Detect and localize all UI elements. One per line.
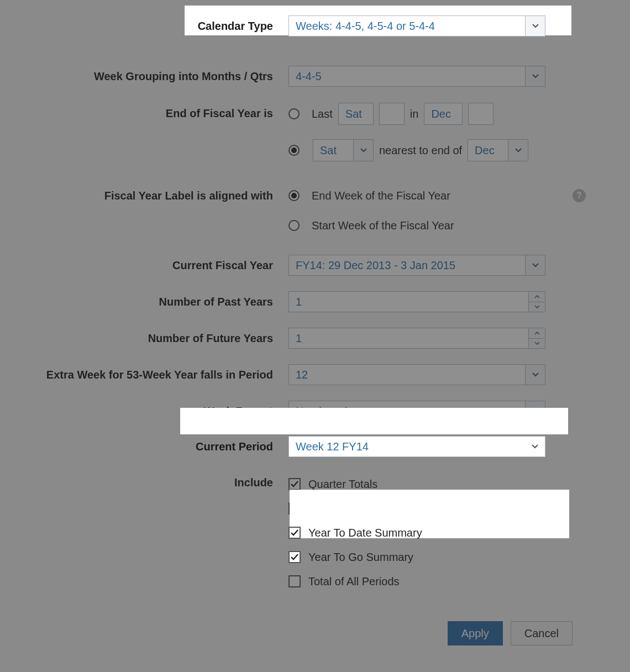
label-qt: Quarter Totals xyxy=(308,478,377,491)
dropdown-value: 4-4-5 xyxy=(289,66,525,86)
include-ytd: Year To Date Summary xyxy=(288,521,422,545)
spinner-value: 1 xyxy=(289,328,528,348)
box-blank-1[interactable] xyxy=(379,103,405,125)
label-week-grouping: Week Grouping into Months / Qtrs xyxy=(20,70,288,83)
include-ytg: Year To Go Summary xyxy=(288,545,413,569)
spinner-value: 1 xyxy=(289,292,528,312)
label-include: Include xyxy=(20,472,288,489)
checkbox-ytd[interactable] xyxy=(288,527,301,539)
radio-fy-end-week[interactable] xyxy=(288,190,300,201)
row-end-fiscal-1: End of Fiscal Year is Last Sat in Dec xyxy=(20,103,610,125)
help-icon[interactable]: ? xyxy=(573,189,586,202)
box-blank-2[interactable] xyxy=(468,103,494,125)
label-future-years: Number of Future Years xyxy=(20,332,288,345)
row-fy-align-2: Start Week of the Fiscal Year xyxy=(20,214,610,237)
label-current-fy: Current Fiscal Year xyxy=(20,259,288,272)
checkbox-quarter-totals[interactable] xyxy=(288,478,301,490)
label-fy-align: Fiscal Year Label is aligned with xyxy=(20,190,288,202)
label-current-period: Current Period xyxy=(20,440,288,453)
box-day[interactable]: Sat xyxy=(338,103,374,125)
chevron-down-icon[interactable] xyxy=(529,302,545,312)
label-ytd: Year To Date Summary xyxy=(308,527,422,539)
chevron-up-icon[interactable] xyxy=(529,292,545,302)
label-end-fiscal: End of Fiscal Year is xyxy=(20,103,288,120)
apply-button[interactable]: Apply xyxy=(448,621,503,645)
chevron-down-icon[interactable] xyxy=(353,140,373,161)
dropdown-day-nearest[interactable]: Sat xyxy=(313,139,374,161)
dropdown-calendar-type[interactable]: Weeks: 4-4-5, 4-5-4 or 5-4-4 xyxy=(288,15,545,36)
dropdown-value: 12 xyxy=(289,365,525,385)
row-past-years: Number of Past Years 1 xyxy=(20,291,610,313)
row-current-fy: Current Fiscal Year FY14: 29 Dec 2013 - … xyxy=(20,254,610,276)
dropdown-value: Weeks: 4-4-5, 4-5-4 or 5-4-4 xyxy=(289,16,525,36)
text-in: in xyxy=(410,108,419,120)
radio-end-fiscal-nearest[interactable] xyxy=(288,145,300,156)
row-week-grouping: Week Grouping into Months / Qtrs 4-4-5 xyxy=(20,65,610,87)
checkbox-total-all[interactable] xyxy=(288,575,301,587)
text-last: Last xyxy=(312,108,333,120)
label-calendar-type: Calendar Type xyxy=(20,20,288,33)
dropdown-current-period[interactable]: Week 12 FY14 xyxy=(288,436,545,457)
dropdown-value: Week 12 FY14 xyxy=(289,437,525,456)
dropdown-value: Sat xyxy=(313,140,353,161)
text-nearest: nearest to end of xyxy=(379,144,462,157)
text-fy-start: Start Week of the Fiscal Year xyxy=(312,219,454,232)
row-future-years: Number of Future Years 1 xyxy=(20,327,610,349)
text-fy-end: End Week of the Fiscal Year xyxy=(312,190,450,202)
label-past-years: Number of Past Years xyxy=(20,296,288,308)
chevron-down-icon[interactable] xyxy=(525,437,545,456)
dropdown-value: Dec xyxy=(468,140,508,161)
label-total-all: Total of All Periods xyxy=(308,575,400,588)
row-calendar-type: Calendar Type Weeks: 4-4-5, 4-5-4 or 5-4… xyxy=(20,13,610,39)
spinner-past-years[interactable]: 1 xyxy=(288,291,545,312)
chevron-up-icon[interactable] xyxy=(529,328,545,339)
chevron-down-icon[interactable] xyxy=(529,339,545,349)
row-end-fiscal-2: Sat nearest to end of Dec xyxy=(20,139,610,161)
dropdown-week-grouping[interactable]: 4-4-5 xyxy=(288,66,545,87)
row-fy-align-1: Fiscal Year Label is aligned with End We… xyxy=(20,185,610,207)
checkbox-ytg[interactable] xyxy=(288,551,301,563)
radio-end-fiscal-last[interactable] xyxy=(288,108,300,119)
chevron-down-icon[interactable] xyxy=(525,16,545,36)
include-total-all: Total of All Periods xyxy=(288,569,400,594)
cancel-button[interactable]: Cancel xyxy=(511,621,573,645)
dropdown-current-fy[interactable]: FY14: 29 Dec 2013 - 3 Jan 2015 xyxy=(288,255,545,276)
chevron-down-icon[interactable] xyxy=(508,140,528,161)
box-month[interactable]: Dec xyxy=(424,103,463,125)
chevron-down-icon[interactable] xyxy=(525,365,545,385)
dropdown-month-nearest[interactable]: Dec xyxy=(468,139,528,161)
chevron-down-icon[interactable] xyxy=(525,255,545,275)
label-extra-week: Extra Week for 53-Week Year falls in Per… xyxy=(20,369,288,381)
dropdown-extra-week[interactable]: 12 xyxy=(288,364,545,385)
footer-buttons: Apply Cancel xyxy=(20,621,610,645)
radio-fy-start-week[interactable] xyxy=(288,220,300,231)
label-ytg: Year To Go Summary xyxy=(308,551,413,564)
row-current-period: Current Period Week 12 FY14 xyxy=(20,435,610,458)
row-extra-week: Extra Week for 53-Week Year falls in Per… xyxy=(20,364,610,386)
chevron-down-icon[interactable] xyxy=(525,66,545,86)
spinner-future-years[interactable]: 1 xyxy=(288,328,545,349)
dropdown-value: FY14: 29 Dec 2013 - 3 Jan 2015 xyxy=(289,255,525,275)
